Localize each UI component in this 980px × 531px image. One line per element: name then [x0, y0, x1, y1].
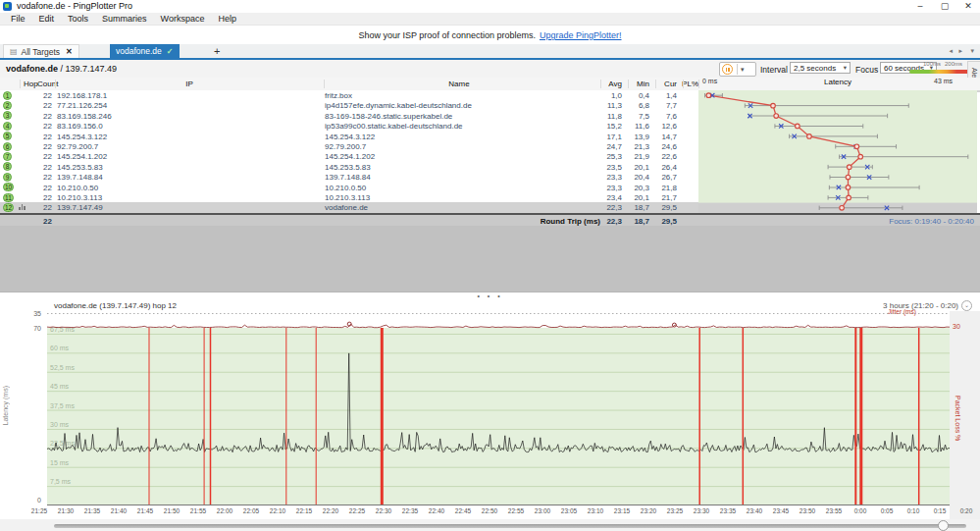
menu-tools[interactable]: Tools [61, 14, 95, 24]
cell-count: 22 [29, 152, 52, 161]
col-hop[interactable]: Hop [24, 80, 38, 88]
svg-text:60 ms: 60 ms [50, 345, 70, 351]
cell-min: 21,3 [622, 142, 649, 151]
menu-workspace[interactable]: Workspace [154, 14, 212, 24]
col-min[interactable]: Min [622, 80, 649, 88]
svg-text:7,5 ms: 7,5 ms [50, 478, 72, 485]
svg-text:52,5 ms: 52,5 ms [50, 364, 75, 371]
cell-min: 7,5 [622, 112, 649, 121]
cell-ip: 145.253.5.83 [57, 163, 103, 172]
cell-cur: 24,6 [649, 142, 677, 151]
cell-name: 145.253.5.83 [325, 163, 371, 172]
cell-count: 22 [29, 163, 52, 172]
tab-nav-left-icon[interactable]: ◂ [949, 47, 953, 55]
cell-avg: 22,3 [587, 203, 622, 212]
col-avg[interactable]: Avg [587, 80, 622, 88]
table-row-hop-4[interactable]: 42283.169.156.0ip53a99c00.static.kabel-d… [0, 121, 698, 131]
col-pl[interactable]: PL% [679, 80, 698, 88]
tab-all-targets-label: All Targets [22, 47, 61, 57]
hop-badge: 9 [3, 173, 12, 182]
interval-select[interactable]: 2,5 seconds ▾ [790, 62, 851, 74]
svg-text:30 ms: 30 ms [50, 421, 70, 428]
close-tab-icon[interactable]: ✕ [66, 47, 73, 56]
interval-label: Interval [760, 65, 788, 75]
cell-name: vodafone.de [325, 203, 368, 212]
cell-name: ip4d157efe.dynamic.kabel-deutschland.de [325, 101, 472, 110]
tab-nav-right-icon[interactable]: ▸ [958, 47, 962, 55]
menu-edit[interactable]: Edit [32, 14, 62, 24]
footer-count: 22 [29, 217, 52, 226]
cell-cur: 14,7 [649, 133, 677, 141]
cell-count: 22 [29, 193, 52, 202]
table-row-hop-6[interactable]: 62292.79.200.792.79.200.724,721,324,6 [0, 141, 698, 151]
col-name[interactable]: Name [324, 80, 594, 88]
new-tab-button[interactable]: + [214, 45, 220, 57]
cell-cur: 22,6 [649, 152, 677, 161]
cell-ip: 83.169.156.0 [57, 122, 103, 131]
timeline-graph[interactable]: 67,5 ms60 ms52,5 ms45 ms37,5 ms30 ms22,5… [47, 311, 950, 505]
menu-summaries[interactable]: Summaries [95, 14, 154, 24]
cell-avg: 23,4 [587, 193, 622, 202]
tab-nav-down-icon[interactable]: ▾ [970, 47, 974, 55]
menu-bar: FileEditToolsSummariesWorkspaceHelp [0, 13, 980, 26]
target-ip: / 139.7.147.49 [58, 64, 117, 74]
interval-value: 2,5 seconds [794, 64, 836, 73]
table-row-hop-9[interactable]: 922139.7.148.84139.7.148.8423,320,426,7 [0, 172, 698, 182]
scrollbar-track[interactable] [54, 524, 966, 528]
scrollbar-thumb[interactable] [938, 520, 949, 531]
cell-name: 10.210.0.50 [325, 184, 366, 192]
cell-avg: 11,3 [587, 101, 622, 110]
tab-bar: ▤ All Targets ✕ vodafone.de ✓ + ◂ ▸ ▾ [0, 44, 980, 58]
table-row-hop-12[interactable]: 1222139.7.147.49vodafone.de22,318,729,5 [0, 202, 698, 212]
cell-cur: 29,5 [649, 203, 677, 212]
cell-ip: 139.7.148.84 [57, 173, 103, 182]
table-row-hop-2[interactable]: 22277.21.126.254ip4d157efe.dynamic.kabel… [0, 100, 698, 110]
close-button[interactable]: ✕ [959, 0, 977, 12]
tab-all-targets[interactable]: ▤ All Targets ✕ [3, 44, 79, 58]
table-row-hop-5[interactable]: 522145.254.3.122145.254.3.12217,113,914,… [0, 132, 698, 141]
pause-dropdown-caret[interactable]: ▾ [737, 64, 748, 75]
minimize-button[interactable]: – [911, 0, 929, 12]
cell-cur: 26,7 [649, 173, 677, 182]
upgrade-link[interactable]: Upgrade PingPlotter! [540, 30, 622, 40]
cell-name: ip53a99c00.static.kabel-deutschland.de [325, 122, 463, 131]
table-row-hop-1[interactable]: 122192.168.178.1fritz.box1,00,41,4 [0, 90, 698, 100]
table-row-hop-3[interactable]: 32283.169.158.24683-169-158-246.static.s… [0, 111, 698, 121]
cell-count: 22 [29, 142, 52, 151]
cell-avg: 1,0 [587, 91, 622, 100]
app-icon [3, 2, 12, 11]
history-graph-icon [19, 204, 26, 210]
cell-min: 20,1 [622, 163, 649, 172]
col-ip[interactable]: IP [55, 80, 324, 88]
pause-button[interactable]: ▾ [719, 62, 756, 77]
cell-min: 18,7 [622, 203, 649, 212]
table-row-hop-8[interactable]: 822145.253.5.83145.253.5.8323,520,126,4 [0, 162, 698, 172]
cell-avg: 17,1 [587, 133, 622, 141]
cell-ip: 10.210.0.50 [57, 184, 98, 192]
legend-200ms-label: 200ms [945, 61, 962, 67]
table-row-hop-7[interactable]: 722145.254.1.202145.254.1.20225,321,922,… [0, 151, 698, 161]
table-row-hop-10[interactable]: 102210.210.0.5010.210.0.5023,320,321,8 [0, 183, 698, 192]
hop-badge: 2 [3, 101, 12, 110]
tab-vodafone[interactable]: vodafone.de ✓ [110, 44, 180, 58]
table-row-hop-11[interactable]: 112210.210.3.11310.210.3.11323,420,121,7 [0, 192, 698, 202]
title-bar: vodafone.de - PingPlotter Pro – ▢ ✕ [0, 0, 980, 13]
menu-file[interactable]: File [4, 14, 32, 24]
jitter-axis-max: 35 [26, 310, 41, 317]
menu-help[interactable]: Help [211, 14, 243, 24]
hop-latency-graph[interactable] [698, 90, 977, 213]
list-icon: ▤ [10, 47, 18, 56]
cell-count: 22 [29, 133, 52, 141]
maximize-button[interactable]: ▢ [936, 0, 954, 12]
cell-min: 0,4 [622, 91, 649, 100]
cell-avg: 15,2 [587, 122, 622, 131]
cell-count: 22 [29, 112, 52, 121]
cell-avg: 23,5 [587, 163, 622, 172]
col-cur[interactable]: Cur [649, 80, 677, 88]
cell-min: 20,1 [622, 193, 649, 202]
pause-icon [722, 64, 733, 75]
cell-count: 22 [29, 122, 52, 131]
splitter-handle[interactable]: • • • [0, 292, 980, 299]
window-title: vodafone.de - PingPlotter Pro [17, 1, 132, 11]
svg-text:15 ms: 15 ms [50, 459, 70, 466]
